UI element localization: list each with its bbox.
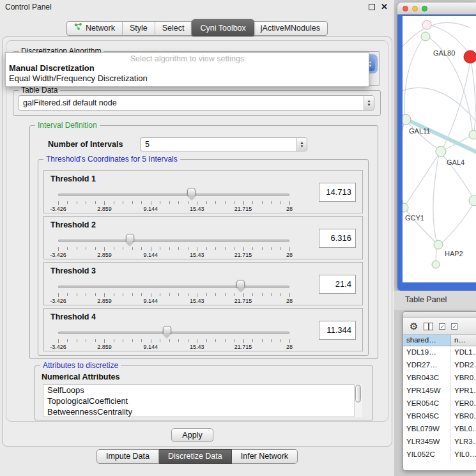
close-icon[interactable]: ✕	[381, 2, 388, 12]
threshold-value-field[interactable]: 14.713	[319, 183, 356, 202]
scale-label: 9.144	[144, 298, 158, 304]
tick-mark	[225, 293, 226, 296]
threshold-panel: Threshold 2-3.4262.8599.14415.4321.71528…	[43, 216, 363, 259]
tick-mark	[151, 247, 151, 251]
threshold-slider[interactable]: -3.4262.8599.14415.4321.71528	[53, 324, 295, 351]
column-header-name[interactable]: n…	[451, 335, 476, 346]
scale-label: 28	[286, 206, 293, 212]
table-row[interactable]: YBR045CYBR0…	[403, 410, 476, 423]
network-node[interactable]	[469, 196, 476, 206]
node-gal4[interactable]	[436, 146, 446, 157]
cell-name: YDR2…	[451, 359, 476, 372]
node-gal11[interactable]	[403, 114, 411, 125]
tab-group: NetworkStyleSelectCyni ToolboxjActiveMNo…	[66, 21, 328, 36]
table-row[interactable]: YDL19…YDL1…	[403, 346, 476, 359]
slider-scale: -3.4262.8599.14415.4321.71528	[53, 298, 295, 305]
combo-stepper-icon[interactable]: ▲▼	[296, 138, 307, 151]
float-window-icon[interactable]	[369, 4, 375, 10]
columns-icon[interactable]	[424, 323, 433, 330]
network-node[interactable]	[464, 50, 476, 63]
table-row[interactable]: YPR145WYPR1…	[403, 385, 476, 397]
network-canvas[interactable]: GAL80GAL11GAL4GCY1HAP2	[403, 16, 476, 282]
table-window-titlebar[interactable]	[403, 312, 476, 318]
bottom-tab-impute-data[interactable]: Impute Data	[96, 449, 159, 464]
network-window-titlebar[interactable]	[397, 3, 476, 15]
threshold-slider[interactable]: -3.4262.8599.14415.4321.71528	[53, 186, 295, 213]
threshold-slider[interactable]: -3.4262.8599.14415.4321.71528	[53, 232, 295, 259]
threshold-value-field[interactable]: 11.344	[319, 321, 356, 340]
node-label: GAL11	[409, 127, 430, 135]
threshold-value-field[interactable]: 21.4	[319, 275, 356, 294]
cell-name: YIL0…	[451, 449, 476, 461]
tick-mark	[58, 247, 59, 251]
mac-minimize-icon[interactable]	[412, 6, 418, 12]
list-scrollbar[interactable]	[354, 384, 362, 417]
scrollbar-thumb[interactable]	[355, 385, 361, 403]
bottom-tab-infer-network[interactable]: Infer Network	[232, 449, 298, 464]
table-row[interactable]: YER054CYER0…	[403, 397, 476, 410]
scale-label: 21.715	[234, 344, 252, 350]
tick-mark	[123, 201, 123, 204]
mac-close-icon[interactable]	[403, 6, 408, 12]
threshold-value-field[interactable]: 6.316	[319, 229, 356, 248]
gear-icon[interactable]: ⚙	[410, 321, 418, 331]
column-header-shared-name[interactable]: shared…	[403, 335, 451, 346]
slider-thumb[interactable]	[126, 234, 134, 246]
checkbox-icon[interactable]: ✓	[439, 323, 445, 330]
tick-mark	[234, 201, 234, 204]
slider-thumb[interactable]	[163, 326, 171, 338]
tick-mark	[67, 293, 68, 296]
num-intervals-combobox[interactable]: 5 ▲▼	[140, 137, 307, 151]
scale-label: 21.715	[234, 206, 252, 212]
node-gcy1[interactable]	[403, 203, 408, 212]
network-node[interactable]	[469, 130, 476, 139]
table-row[interactable]: YBL079WYBL0…	[403, 423, 476, 436]
cell-shared-name: YPR145W	[403, 385, 451, 397]
tick-mark	[215, 201, 216, 204]
tab-network[interactable]: Network	[67, 22, 123, 35]
tick-mark	[123, 339, 123, 342]
tick-mark	[132, 201, 133, 204]
tick-mark	[104, 293, 105, 297]
slider-thumb-point	[237, 287, 245, 291]
tick-mark	[197, 201, 197, 205]
attributes-listbox[interactable]: SelfLoopsTopologicalCoefficientBetweenne…	[43, 384, 362, 417]
tick-mark	[151, 201, 151, 205]
table-row[interactable]: YBR043CYBR0…	[403, 372, 476, 385]
slider-thumb[interactable]	[187, 188, 196, 200]
table-row[interactable]: YDR27…YDR2…	[403, 359, 476, 372]
network-node[interactable]	[432, 261, 440, 268]
table-body: YDL19…YDL1…YDR27…YDR2…YBR043CYBR0…YPR145…	[403, 346, 476, 461]
combo-stepper-icon[interactable]: ▲▼	[364, 96, 374, 110]
tick-mark	[104, 201, 105, 205]
attribute-item[interactable]: BetweennessCentrality	[43, 406, 362, 417]
algorithm-option-manual-discretization[interactable]: Manual Discretization	[6, 63, 369, 73]
table-row[interactable]: YLR345WYLR3…	[403, 436, 476, 449]
tab-cyni-toolbox[interactable]: Cyni Toolbox	[192, 19, 254, 37]
tick-mark	[169, 293, 170, 296]
cell-name: YLR3…	[451, 436, 476, 449]
mac-zoom-icon[interactable]	[422, 6, 427, 12]
tab-style[interactable]: Style	[123, 22, 155, 35]
algorithm-option-equal-width-frequency-discretization[interactable]: Equal Width/Frequency Discretization	[6, 73, 369, 84]
slider-tick-row	[53, 201, 295, 206]
apply-button[interactable]: Apply	[171, 428, 213, 442]
slider-thumb[interactable]	[236, 280, 245, 292]
bottom-tab-group: Impute DataDiscretize DataInfer Network	[96, 449, 298, 464]
attribute-item[interactable]: SelfLoops	[43, 385, 362, 395]
slider-scale: -3.4262.8599.14415.4321.71528	[53, 206, 295, 213]
tab-jactivemnodules[interactable]: jActiveMNodules	[254, 22, 327, 35]
stepper-down-icon: ▼	[367, 103, 371, 107]
scale-label: 15.43	[190, 344, 204, 350]
node-hap2[interactable]	[434, 240, 443, 249]
network-graph: GAL80GAL11GAL4GCY1HAP2	[403, 16, 476, 282]
tab-select[interactable]: Select	[155, 22, 192, 35]
bottom-tab-discretize-data[interactable]: Discretize Data	[159, 449, 232, 464]
network-node[interactable]	[422, 20, 431, 29]
table-row[interactable]: YIL052CYIL0…	[403, 449, 476, 461]
attribute-item[interactable]: TopologicalCoefficient	[43, 395, 362, 406]
table-data-combobox[interactable]: galFiltered.sif default node ▲▼	[18, 95, 374, 111]
checkbox-icon[interactable]: ✓	[451, 323, 457, 330]
threshold-slider[interactable]: -3.4262.8599.14415.4321.71528	[53, 278, 295, 305]
node-gal80[interactable]	[421, 32, 430, 41]
